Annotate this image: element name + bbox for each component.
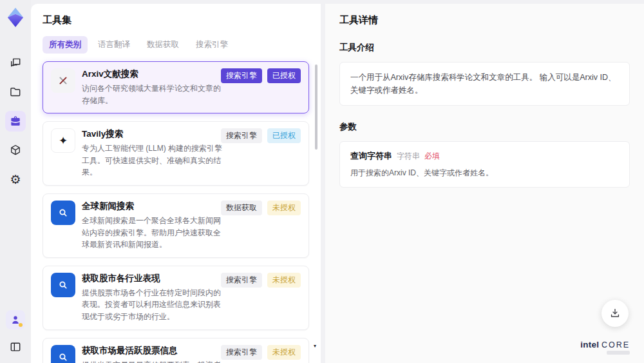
scrollbar-thumb[interactable] xyxy=(315,64,317,150)
param-description: 用于搜索的Arxiv ID、关键字或作者姓名。 xyxy=(350,168,619,179)
tab-category-0[interactable]: 所有类别 xyxy=(43,36,88,54)
tool-description: 提供当天交易量最高的股票列表。投资者可以利用这些信息来识别流动性强的股票和潜在的… xyxy=(82,359,225,363)
sparkle-icon: ✦ xyxy=(51,128,75,153)
tool-card[interactable]: 获取市场最活跃股票信息提供当天交易量最高的股票列表。投资者可以利用这些信息来识别… xyxy=(43,338,309,363)
search-app-icon xyxy=(51,273,75,297)
sidebar-item-chat[interactable] xyxy=(5,53,26,74)
gear-icon: ⚙ xyxy=(10,173,21,186)
tool-name: 全球新闻搜索 xyxy=(82,201,225,212)
card-tags: 搜索引擎未授权 xyxy=(221,273,301,288)
briefcase-icon xyxy=(9,115,22,128)
intel-brand-text: intel xyxy=(580,340,599,349)
app-window: ⚙ 工具集 所有类别语言翻译数据获取搜索引擎 Arxiv文献搜索访问各个研究领域… xyxy=(0,0,644,363)
tool-name: Arxiv文献搜索 xyxy=(82,68,225,80)
param-list: 查询字符串字符串必填用于搜索的Arxiv ID、关键字或作者姓名。 xyxy=(339,141,630,188)
sidebar-item-tools[interactable] xyxy=(5,111,26,132)
intel-core-logo: intel core xyxy=(580,340,630,355)
sidebar-bottom xyxy=(6,310,25,357)
download-icon xyxy=(609,307,621,320)
category-tag: 搜索引擎 xyxy=(221,273,262,288)
search-app-icon xyxy=(51,201,75,225)
params-heading: 参数 xyxy=(339,121,630,133)
tool-card[interactable]: 全球新闻搜索全球新闻搜索是一个聚合全球各大新闻网站内容的搜索引擎。帮助用户快速获… xyxy=(43,193,309,258)
param-name: 查询字符串 xyxy=(350,150,392,162)
tool-name: 获取市场最活跃股票信息 xyxy=(82,345,225,357)
sidebar: ⚙ xyxy=(0,0,31,363)
intro-heading: 工具介绍 xyxy=(339,42,630,54)
folder-icon xyxy=(9,86,22,99)
arxiv-logo-icon xyxy=(51,68,75,93)
auth-status-badge: 已授权 xyxy=(267,128,301,143)
sidebar-item-models[interactable] xyxy=(5,140,26,161)
category-tag: 搜索引擎 xyxy=(221,68,262,83)
details-title: 工具详情 xyxy=(339,14,630,26)
tool-card[interactable]: Arxiv文献搜索访问各个研究领域大量科学论文和文章的存储库。搜索引擎已授权 xyxy=(43,61,309,113)
auth-status-badge: 未授权 xyxy=(267,345,301,360)
app-logo-icon xyxy=(5,5,26,30)
tab-category-1[interactable]: 语言翻译 xyxy=(91,36,137,54)
scrollbar[interactable]: ▾ xyxy=(315,59,318,358)
tool-name: 获取股市各行业表现 xyxy=(82,273,225,284)
category-tag: 搜索引擎 xyxy=(221,345,262,360)
auth-status-badge: 已授权 xyxy=(267,68,301,83)
card-tags: 搜索引擎未授权 xyxy=(221,345,301,360)
sidebar-item-files[interactable] xyxy=(5,82,26,103)
category-tag: 数据获取 xyxy=(221,201,262,215)
sidebar-nav: ⚙ xyxy=(5,53,26,190)
status-dot xyxy=(19,323,23,327)
param-type: 字符串 xyxy=(397,151,420,162)
tool-name: Tavily搜索 xyxy=(82,128,225,140)
panel-toggle-button[interactable] xyxy=(6,337,25,357)
sidebar-item-settings[interactable]: ⚙ xyxy=(5,169,26,190)
card-tags: 搜索引擎已授权 xyxy=(221,128,301,143)
card-tags: 数据获取未授权 xyxy=(221,201,301,215)
tool-details-panel: 工具详情 工具介绍 一个用于从Arxiv存储库搜索科学论文和文章的工具。 输入可… xyxy=(325,4,644,363)
scroll-down-icon[interactable]: ▾ xyxy=(314,343,316,349)
intel-core-text: core xyxy=(601,340,630,349)
tab-category-3[interactable]: 搜索引擎 xyxy=(189,36,234,54)
toolset-panel: 工具集 所有类别语言翻译数据获取搜索引擎 Arxiv文献搜索访问各个研究领域大量… xyxy=(31,4,321,363)
tool-description: 访问各个研究领域大量科学论文和文章的存储库。 xyxy=(82,83,225,106)
chat-icon xyxy=(9,57,22,70)
tool-card-list: Arxiv文献搜索访问各个研究领域大量科学论文和文章的存储库。搜索引擎已授权✦T… xyxy=(43,61,309,363)
tool-description: 提供股票市场各个行业在特定时间段内的表现。投资者可以利用这些信息来识别表现优于或… xyxy=(82,287,225,323)
cube-icon xyxy=(9,144,22,157)
tool-description: 全球新闻搜索是一个聚合全球各大新闻网站内容的搜索引擎。帮助用户快速获取全球最新资… xyxy=(82,215,225,251)
param-required-badge: 必填 xyxy=(424,151,440,162)
param-head: 查询字符串字符串必填 xyxy=(350,150,619,162)
auth-status-badge: 未授权 xyxy=(267,273,301,288)
toolset-title: 工具集 xyxy=(43,14,309,26)
tool-card[interactable]: ✦Tavily搜索专为人工智能代理 (LLM) 构建的搜索引擎工具。可快速提供实… xyxy=(43,121,309,186)
intel-badge-bar xyxy=(607,351,630,355)
tool-card[interactable]: 获取股市各行业表现提供股票市场各个行业在特定时间段内的表现。投资者可以利用这些信… xyxy=(43,266,309,330)
download-button[interactable] xyxy=(601,300,629,327)
tool-description: 专为人工智能代理 (LLM) 构建的搜索引擎工具。可快速提供实时、准确和真实的结… xyxy=(82,142,225,179)
tab-category-2[interactable]: 数据获取 xyxy=(140,36,185,54)
avatar[interactable] xyxy=(6,310,25,329)
card-tags: 搜索引擎已授权 xyxy=(221,68,301,83)
search-app-icon xyxy=(51,345,75,363)
category-tag: 搜索引擎 xyxy=(221,128,262,143)
sidebar-toggle-icon xyxy=(9,340,22,353)
auth-status-badge: 未授权 xyxy=(267,201,301,215)
toolset-tabs: 所有类别语言翻译数据获取搜索引擎 xyxy=(43,36,309,54)
tool-intro-text: 一个用于从Arxiv存储库搜索科学论文和文章的工具。 输入可以是Arxiv ID… xyxy=(339,62,630,106)
main-content: 工具集 所有类别语言翻译数据获取搜索引擎 Arxiv文献搜索访问各个研究领域大量… xyxy=(31,0,644,363)
param-card: 查询字符串字符串必填用于搜索的Arxiv ID、关键字或作者姓名。 xyxy=(339,141,630,188)
